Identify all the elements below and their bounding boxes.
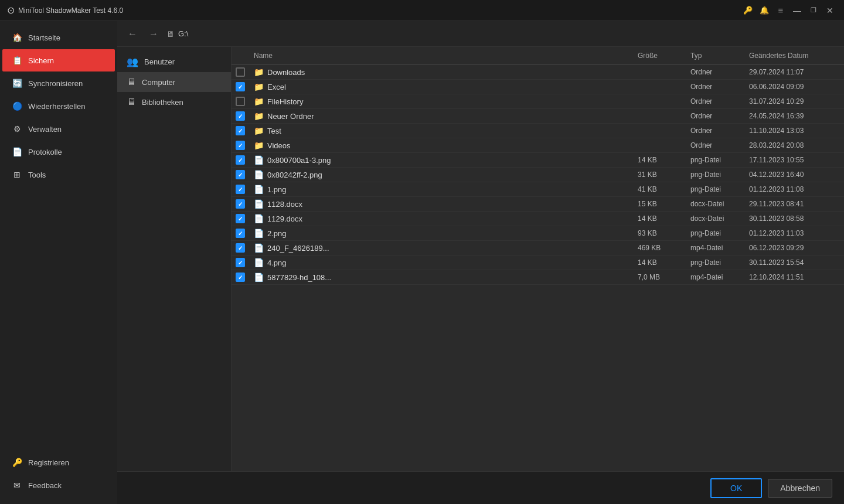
file-checkbox[interactable]: [232, 229, 249, 238]
tree-item-computer[interactable]: 🖥 Computer: [117, 72, 231, 92]
close-button[interactable]: ✕: [823, 4, 837, 18]
file-checkbox[interactable]: [232, 97, 249, 106]
bottom-bar: OK Abbrechen: [117, 471, 844, 504]
tools-icon: ⊞: [12, 169, 22, 180]
sidebar-label-feedback: Feedback: [28, 481, 62, 490]
file-date-cell: 06.06.2024 09:09: [744, 83, 844, 91]
checkbox-1[interactable]: [236, 82, 245, 91]
table-row[interactable]: 📄 5877829-hd_108... 7,0 MB mp4-Datei 12.…: [232, 270, 844, 285]
file-name-text: 0x80242ff-2.png: [267, 171, 322, 179]
sidebar-item-registrieren[interactable]: 🔑 Registrieren: [2, 451, 115, 474]
tree-panel: 👥 Benutzer 🖥 Computer 🖥 Bibliotheken: [117, 47, 232, 471]
file-checkbox[interactable]: [232, 258, 249, 267]
table-row[interactable]: 📄 1.png 41 KB png-Datei 01.12.2023 11:08: [232, 182, 844, 197]
file-checkbox[interactable]: [232, 111, 249, 121]
table-row[interactable]: 📄 1129.docx 14 KB docx-Datei 30.11.2023 …: [232, 212, 844, 226]
checkbox-14[interactable]: [236, 273, 245, 282]
file-checkbox[interactable]: [232, 214, 249, 223]
file-type-cell: Ordner: [686, 68, 744, 76]
checkbox-8[interactable]: [236, 185, 245, 194]
checkbox-7[interactable]: [236, 170, 245, 179]
notification-icon[interactable]: 🔔: [757, 4, 771, 18]
checkbox-11[interactable]: [236, 229, 245, 238]
file-size-cell: 469 KB: [633, 244, 686, 252]
file-checkbox[interactable]: [232, 126, 249, 135]
sidebar-label-registrieren: Registrieren: [28, 458, 69, 467]
checkbox-9[interactable]: [236, 199, 245, 209]
minimize-button[interactable]: —: [790, 4, 804, 18]
tree-item-bibliotheken[interactable]: 🖥 Bibliotheken: [117, 92, 231, 112]
table-row[interactable]: 📁 Excel Ordner 06.06.2024 09:09: [232, 80, 844, 94]
file-type-cell: Ordner: [686, 97, 744, 105]
restore-button[interactable]: ❐: [806, 4, 821, 18]
table-row[interactable]: 📄 1128.docx 15 KB docx-Datei 29.11.2023 …: [232, 197, 844, 212]
back-button[interactable]: ←: [124, 26, 141, 42]
sidebar-item-protokolle[interactable]: 📄 Protokolle: [2, 141, 115, 163]
forward-button[interactable]: →: [145, 26, 162, 42]
file-checkbox[interactable]: [232, 243, 249, 253]
tree-item-benutzer[interactable]: 👥 Benutzer: [117, 52, 231, 72]
folder-icon: 📁: [254, 126, 264, 135]
sidebar-item-startseite[interactable]: 🏠 Startseite: [2, 26, 115, 49]
file-type-cell: png-Datei: [686, 185, 744, 193]
file-name-text: 1129.docx: [267, 214, 302, 223]
tree-label-bibliotheken: Bibliotheken: [142, 98, 183, 107]
cancel-button[interactable]: Abbrechen: [768, 479, 832, 498]
file-icon: 📄: [254, 214, 264, 223]
file-date-cell: 31.07.2024 10:29: [744, 97, 844, 105]
sidebar-item-sichern[interactable]: 📋 Sichern: [2, 49, 115, 71]
sidebar-item-wiederherstellen[interactable]: 🔵 Wiederherstellen: [2, 95, 115, 117]
app-title: MiniTool ShadowMaker Test 4.6.0: [18, 6, 123, 15]
content-area: ← → 🖥 G:\ 👥 Benutzer 🖥 Computer 🖥 Biblio…: [117, 21, 844, 504]
sidebar-item-synchronisieren[interactable]: 🔄 Synchronisieren: [2, 72, 115, 94]
checkbox-0[interactable]: [236, 67, 245, 77]
table-row[interactable]: 📄 0x80242ff-2.png 31 KB png-Datei 04.12.…: [232, 168, 844, 182]
ok-button[interactable]: OK: [710, 478, 762, 498]
key-icon[interactable]: 🔑: [741, 4, 755, 18]
table-row[interactable]: 📁 Neuer Ordner Ordner 24.05.2024 16:39: [232, 109, 844, 124]
checkbox-13[interactable]: [236, 258, 245, 267]
breadcrumb: 🖥 G:\: [166, 29, 188, 39]
file-size-cell: 14 KB: [633, 156, 686, 164]
col-check: [232, 50, 249, 61]
checkbox-3[interactable]: [236, 111, 245, 121]
table-row[interactable]: 📄 2.png 93 KB png-Datei 01.12.2023 11:03: [232, 226, 844, 241]
file-name-cell: 📄 5877829-hd_108...: [249, 273, 633, 282]
file-date-cell: 11.10.2024 13:03: [744, 127, 844, 135]
table-row[interactable]: 📁 Downloads Ordner 29.07.2024 11:07: [232, 65, 844, 80]
menu-icon[interactable]: ≡: [774, 4, 788, 18]
checkbox-10[interactable]: [236, 214, 245, 223]
sidebar-item-feedback[interactable]: ✉ Feedback: [2, 474, 115, 496]
file-checkbox[interactable]: [232, 273, 249, 282]
file-checkbox[interactable]: [232, 199, 249, 209]
table-row[interactable]: 📁 Test Ordner 11.10.2024 13:03: [232, 124, 844, 138]
table-row[interactable]: 📄 0x800700a1-3.png 14 KB png-Datei 17.11…: [232, 153, 844, 168]
sidebar-item-tools[interactable]: ⊞ Tools: [2, 164, 115, 186]
checkbox-6[interactable]: [236, 155, 245, 165]
drive-icon: 🖥: [166, 29, 175, 39]
table-row[interactable]: 📄 240_F_4626189... 469 KB mp4-Datei 06.1…: [232, 241, 844, 256]
file-name-cell: 📄 0x800700a1-3.png: [249, 155, 633, 165]
table-row[interactable]: 📄 4.png 14 KB png-Datei 30.11.2023 15:54: [232, 256, 844, 270]
file-type-cell: mp4-Datei: [686, 273, 744, 281]
file-icon: 📄: [254, 199, 264, 209]
file-checkbox[interactable]: [232, 141, 249, 150]
table-row[interactable]: 📁 FileHistory Ordner 31.07.2024 10:29: [232, 94, 844, 109]
computer-tree-icon: 🖥: [127, 77, 136, 87]
col-name: Name: [249, 50, 633, 61]
file-checkbox[interactable]: [232, 170, 249, 179]
checkbox-5[interactable]: [236, 141, 245, 150]
table-row[interactable]: 📁 Videos Ordner 28.03.2024 20:08: [232, 138, 844, 153]
checkbox-4[interactable]: [236, 126, 245, 135]
file-checkbox[interactable]: [232, 67, 249, 77]
file-date-cell: 12.10.2024 11:51: [744, 273, 844, 281]
file-type-cell: png-Datei: [686, 258, 744, 267]
file-checkbox[interactable]: [232, 155, 249, 165]
checkbox-12[interactable]: [236, 243, 245, 253]
file-checkbox[interactable]: [232, 82, 249, 91]
file-type-cell: png-Datei: [686, 156, 744, 164]
sidebar-item-verwalten[interactable]: ⚙ Verwalten: [2, 118, 115, 140]
checkbox-2[interactable]: [236, 97, 245, 106]
file-icon: 📄: [254, 229, 264, 238]
file-checkbox[interactable]: [232, 185, 249, 194]
